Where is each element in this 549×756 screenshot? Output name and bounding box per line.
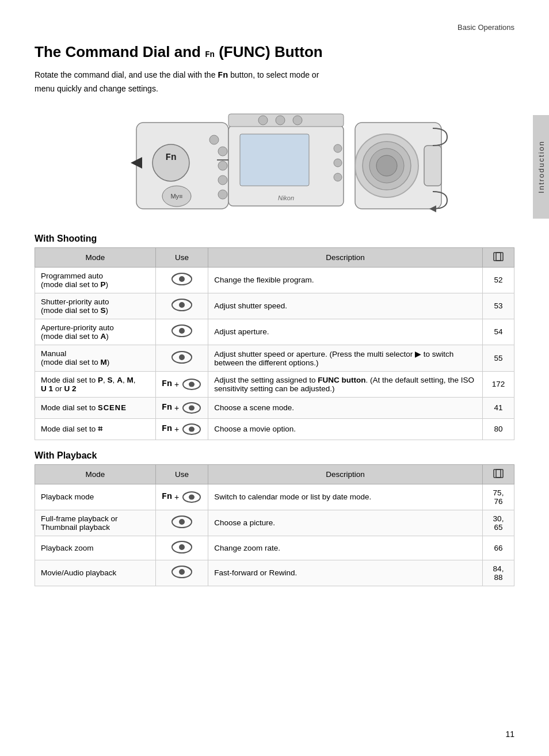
title-text-after: (FUNC) Button — [215, 43, 323, 60]
title-text-before: The Command Dial and — [35, 43, 205, 60]
play-pg-1: 75, 76 — [483, 484, 514, 510]
shoot-pg-7: 80 — [483, 418, 514, 440]
shoot-pg-5: 172 — [483, 371, 514, 397]
svg-point-26 — [376, 155, 397, 176]
shoot-mode-1: Programmed auto(mode dial set to P) — [35, 267, 156, 293]
play-pg-4: 84,88 — [483, 560, 514, 586]
play-desc-3: Change zoom rate. — [208, 536, 483, 560]
shooting-heading: With Shooting — [35, 234, 514, 244]
svg-point-47 — [189, 494, 195, 499]
play-desc-1: Switch to calendar mode or list by date … — [208, 484, 483, 510]
th-pg-shoot — [483, 247, 514, 267]
svg-point-20 — [334, 173, 342, 181]
table-row: Shutter-priority auto(mode dial set to S… — [35, 293, 514, 319]
play-mode-1: Playback mode — [35, 484, 156, 510]
svg-point-33 — [179, 302, 185, 308]
svg-point-8 — [218, 161, 227, 170]
th-mode-shoot: Mode — [35, 247, 156, 267]
shoot-pg-4: 55 — [483, 345, 514, 371]
svg-point-41 — [189, 405, 195, 410]
table-row: Full-frame playback orThumbnail playback… — [35, 510, 514, 536]
shoot-use-2 — [156, 293, 208, 319]
svg-text:My≡: My≡ — [170, 193, 182, 200]
intro-fn: Fn — [218, 71, 228, 81]
shoot-desc-7: Choose a movie option. — [208, 418, 483, 440]
play-desc-4: Fast-forward or Rewind. — [208, 560, 483, 586]
svg-rect-45 — [496, 469, 503, 478]
svg-point-18 — [334, 144, 342, 152]
svg-point-51 — [179, 544, 185, 550]
play-pg-2: 30, 65 — [483, 510, 514, 536]
title-fn: Fn — [205, 50, 215, 59]
shoot-mode-7: Mode dial set to ⌗ — [35, 418, 156, 440]
shoot-pg-6: 41 — [483, 397, 514, 418]
svg-point-53 — [179, 569, 185, 575]
table-row: Mode dial set to P, S, A, M,U 1 or U 2 F… — [35, 371, 514, 397]
camera-diagram: Fn My≡ — [35, 105, 514, 222]
th-pg-play — [483, 464, 514, 484]
th-use-play: Use — [156, 464, 208, 484]
th-desc-play: Description — [208, 464, 483, 484]
svg-point-15 — [276, 116, 285, 125]
svg-point-49 — [179, 519, 185, 525]
svg-rect-12 — [240, 134, 309, 186]
playback-heading: With Playback — [35, 450, 514, 461]
svg-point-9 — [218, 175, 227, 185]
th-mode-play: Mode — [35, 464, 156, 484]
shoot-mode-6: Mode dial set to SCENE — [35, 397, 156, 418]
shooting-table: Mode Use Description Programmed auto(mod… — [35, 247, 514, 440]
shoot-desc-2: Adjust shutter speed. — [208, 293, 483, 319]
header-section: Basic Operations — [35, 23, 514, 32]
play-pg-3: 66 — [483, 536, 514, 560]
playback-table: Mode Use Description Playback mode Fn + — [35, 464, 514, 586]
svg-rect-28 — [494, 253, 501, 261]
play-mode-4: Movie/Audio playback — [35, 560, 156, 586]
shoot-use-7: Fn + — [156, 418, 208, 440]
svg-point-1 — [152, 144, 189, 181]
shoot-mode-3: Aperture-priority auto(mode dial set to … — [35, 319, 156, 345]
play-desc-2: Choose a picture. — [208, 510, 483, 536]
page-content: Basic Operations The Command Dial and Fn… — [0, 0, 549, 620]
page-category: Basic Operations — [458, 23, 514, 32]
shoot-use-6: Fn + — [156, 397, 208, 418]
shoot-pg-3: 54 — [483, 319, 514, 345]
shoot-use-4 — [156, 345, 208, 371]
shoot-use-3 — [156, 319, 208, 345]
svg-point-35 — [179, 328, 185, 334]
intro-before: Rotate the command dial, and use the dia… — [35, 70, 218, 79]
table-row: Aperture-priority auto(mode dial set to … — [35, 319, 514, 345]
svg-point-43 — [189, 426, 195, 432]
th-use-shoot: Use — [156, 247, 208, 267]
table-row: Playback zoom Change zoom rate. 66 — [35, 536, 514, 560]
play-use-3 — [156, 536, 208, 560]
shoot-use-1 — [156, 267, 208, 293]
shoot-pg-1: 52 — [483, 267, 514, 293]
svg-point-7 — [218, 147, 227, 156]
play-mode-3: Playback zoom — [35, 536, 156, 560]
shoot-use-5: Fn + — [156, 371, 208, 397]
svg-point-37 — [179, 354, 185, 360]
svg-rect-44 — [494, 469, 501, 478]
svg-text:Nikon: Nikon — [278, 194, 294, 201]
intro-text: Rotate the command dial, and use the dia… — [35, 69, 514, 95]
shoot-desc-1: Change the flexible program. — [208, 267, 483, 293]
shoot-desc-6: Choose a scene mode. — [208, 397, 483, 418]
svg-point-10 — [218, 190, 227, 199]
shoot-pg-2: 53 — [483, 293, 514, 319]
shoot-mode-5: Mode dial set to P, S, A, M,U 1 or U 2 — [35, 371, 156, 397]
svg-point-31 — [179, 276, 185, 282]
page-number: 11 — [505, 730, 514, 739]
table-row: Playback mode Fn + Switch to calendar mo… — [35, 484, 514, 510]
table-row: Mode dial set to SCENE Fn + Choose a sce… — [35, 397, 514, 418]
th-desc-shoot: Description — [208, 247, 483, 267]
table-row: Mode dial set to ⌗ Fn + Choose a movie o… — [35, 418, 514, 440]
svg-rect-27 — [424, 146, 441, 186]
table-row: Manual(mode dial set to M) Adjust shutte… — [35, 345, 514, 371]
shoot-desc-4: Adjust shutter speed or aperture. (Press… — [208, 345, 483, 371]
play-mode-2: Full-frame playback orThumbnail playback — [35, 510, 156, 536]
table-row: Programmed auto(mode dial set to P) Chan… — [35, 267, 514, 293]
svg-point-16 — [293, 116, 302, 125]
shoot-mode-4: Manual(mode dial set to M) — [35, 345, 156, 371]
play-use-1: Fn + — [156, 484, 208, 510]
play-use-4 — [156, 560, 208, 586]
